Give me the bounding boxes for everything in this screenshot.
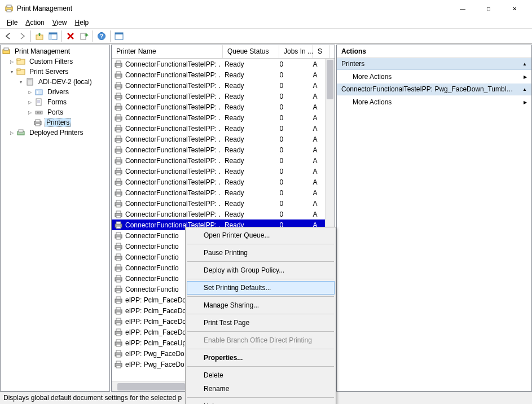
scrollbar-thumb[interactable] (117, 383, 185, 390)
printer-row[interactable]: ConnectorFunctionalTesteIPP: ...Ready0A (112, 102, 325, 112)
printer-row[interactable]: ConnectorFunctionalTesteIPP: ...Ready0A (112, 80, 325, 91)
cm-pause-printing[interactable]: Pause Printing (187, 246, 335, 260)
up-button[interactable] (33, 30, 46, 42)
tree-root[interactable]: Print Management (1, 46, 109, 56)
printer-row[interactable]: ConnectorFunctionalTesteIPP: ...Ready0A (112, 112, 325, 123)
svg-rect-13 (4, 48, 8, 50)
printer-row[interactable]: ConnectorFunctionalTesteIPP: ...Ready0A (112, 155, 325, 166)
menu-help[interactable]: Help (72, 17, 93, 28)
status-text: Displays global default document setting… (3, 394, 182, 402)
cm-help[interactable]: Help (187, 399, 335, 404)
cm-properties[interactable]: Properties... (187, 351, 335, 365)
forward-button[interactable] (16, 30, 28, 42)
svg-rect-115 (116, 350, 121, 353)
printer-row[interactable]: ConnectorFunctionalTesteIPP: ...Ready0A (112, 166, 325, 177)
cm-rename[interactable]: Rename (187, 382, 335, 396)
printer-row[interactable]: ConnectorFunctionalTesteIPP: ...Ready0A (112, 187, 325, 198)
collapse-icon[interactable]: ▾ (17, 78, 24, 85)
cm-manage-sharing[interactable]: Manage Sharing... (187, 298, 335, 312)
menu-action[interactable]: Action (22, 17, 47, 28)
cm-enable-branch-office: Enable Branch Office Direct Printing (187, 333, 335, 347)
queue-status-text: Ready (220, 60, 275, 68)
tree-drivers[interactable]: ▷ Drivers (1, 87, 109, 97)
actions-more-actions-1[interactable]: More Actions ▶ (337, 70, 531, 84)
cm-set-printing-defaults[interactable]: Set Printing Defaults... (187, 281, 335, 295)
column-extra[interactable]: S (313, 45, 330, 58)
actions-selected-printer-section[interactable]: ConnectorFunctionalTesteIPP: Pwg_FaceDow… (337, 84, 531, 95)
printer-icon (114, 125, 123, 133)
printer-row[interactable]: ConnectorFunctionalTesteIPP: ...Ready0A (112, 91, 325, 102)
delete-button[interactable] (64, 30, 77, 42)
actions-printers-section[interactable]: Printers ▲ (337, 58, 531, 70)
back-button[interactable] (2, 30, 15, 42)
actions-panel: Actions Printers ▲ More Actions ▶ Connec… (336, 45, 532, 392)
jobs-count-text: 0 (275, 200, 309, 208)
jobs-count-text: 0 (275, 168, 309, 175)
export-button[interactable] (78, 30, 90, 42)
printer-row[interactable]: ConnectorFunctionalTesteIPP: ...Ready0A (112, 177, 325, 187)
queue-status-text: Ready (220, 135, 275, 143)
svg-rect-58 (116, 147, 121, 149)
actions-more-actions-2[interactable]: More Actions ▶ (337, 95, 531, 109)
tree-deployed-printers[interactable]: ▷ Deployed Printers (1, 128, 109, 138)
expand-icon[interactable]: ▷ (27, 89, 33, 95)
cm-deploy-group-policy[interactable]: Deploy with Group Policy... (187, 264, 335, 277)
expand-icon[interactable]: ▷ (8, 58, 15, 65)
cm-delete[interactable]: Delete (187, 368, 335, 382)
printer-icon (114, 82, 123, 90)
expand-icon[interactable]: ▷ (8, 129, 15, 136)
tree-forms[interactable]: ▷ Forms (1, 97, 109, 107)
tree-server-node[interactable]: ▾ ADI-DEV-2 (local) (1, 77, 109, 87)
window-title: Print Management (17, 5, 450, 12)
printer-row[interactable]: ConnectorFunctionalTesteIPP: ...Ready0A (112, 134, 325, 144)
tree-printers[interactable]: Printers (1, 117, 109, 128)
scrollbar-thumb[interactable] (327, 60, 333, 99)
printer-row[interactable]: ConnectorFunctionalTesteIPP: ...Ready0A (112, 209, 325, 219)
cm-print-test-page[interactable]: Print Test Page (187, 316, 335, 330)
expand-icon[interactable]: ▷ (27, 99, 33, 106)
printer-row[interactable]: ConnectorFunctionalTesteIPP: ...Ready0A (112, 198, 325, 209)
view-button[interactable] (113, 30, 125, 42)
svg-rect-40 (116, 82, 121, 85)
printer-name-text: ConnectorFunctio (125, 275, 179, 283)
svg-rect-113 (116, 344, 121, 346)
printer-row[interactable]: ConnectorFunctionalTesteIPP: ...Ready0A (112, 59, 325, 69)
svg-rect-52 (116, 125, 121, 128)
printer-row[interactable]: ConnectorFunctionalTesteIPP: ...Ready0A (112, 123, 325, 134)
context-menu-separator (187, 366, 334, 367)
svg-rect-119 (116, 366, 121, 368)
svg-rect-82 (116, 232, 121, 235)
show-hide-tree-button[interactable] (47, 30, 59, 42)
printer-row[interactable]: ConnectorFunctionalTesteIPP: ...Ready0A (112, 144, 325, 155)
printer-icon (114, 264, 123, 272)
svg-rect-68 (116, 183, 121, 186)
menu-view[interactable]: View (49, 17, 71, 28)
close-button[interactable]: ✕ (502, 0, 527, 17)
help-button[interactable]: ? (95, 30, 108, 42)
maximize-button[interactable]: □ (476, 0, 502, 17)
svg-rect-109 (116, 329, 121, 331)
svg-rect-65 (116, 173, 121, 175)
column-printer-name[interactable]: Printer Name (112, 45, 223, 58)
tree-custom-filters[interactable]: ▷ Custom Filters (1, 56, 109, 67)
svg-rect-61 (116, 157, 121, 160)
collapse-icon[interactable]: ▾ (8, 68, 15, 75)
queue-status-text: Ready (220, 189, 275, 197)
printer-icon (114, 286, 123, 293)
extra-text: A (308, 93, 325, 100)
collapse-arrow-icon: ▲ (522, 87, 527, 92)
column-jobs[interactable]: Jobs In ... (279, 45, 313, 58)
menu-file[interactable]: File (3, 17, 21, 28)
context-menu-separator (187, 331, 334, 332)
svg-rect-64 (116, 168, 121, 170)
tree-print-servers[interactable]: ▾ Print Servers (1, 67, 109, 77)
printer-name-text: eIPP: Pwg_FaceDo (125, 350, 184, 358)
printer-name-text: ConnectorFunctionalTesteIPP: ... (125, 200, 220, 208)
minimize-button[interactable]: ― (450, 0, 476, 17)
column-queue-status[interactable]: Queue Status (223, 45, 279, 58)
tree-panel: Print Management ▷ Custom Filters ▾ Prin… (0, 45, 110, 392)
tree-ports[interactable]: ▷ Ports (1, 107, 109, 117)
printer-row[interactable]: ConnectorFunctionalTesteIPP: ...Ready0A (112, 69, 325, 80)
cm-open-printer-queue[interactable]: Open Printer Queue... (187, 229, 335, 242)
expand-icon[interactable]: ▷ (27, 109, 33, 116)
